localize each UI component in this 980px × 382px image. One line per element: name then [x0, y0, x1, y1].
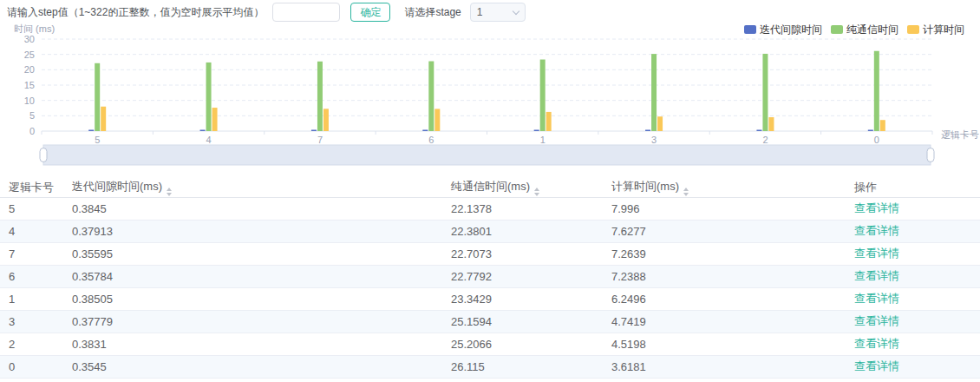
column-header: 操作 — [846, 178, 980, 197]
bar-纯通信时间[interactable] — [317, 62, 323, 131]
legend-item-纯通信时间[interactable]: 纯通信时间 — [831, 23, 898, 36]
bar-迭代间隙时间[interactable] — [200, 130, 206, 132]
bar-计算时间[interactable] — [880, 120, 885, 131]
table-row: 30.3777925.15944.7419查看详情 — [0, 310, 980, 333]
legend-label: 纯通信时间 — [846, 23, 898, 36]
y-tick-label: 15 — [24, 80, 35, 90]
bar-纯通信时间[interactable] — [95, 63, 100, 131]
bar-纯通信时间[interactable] — [762, 54, 768, 131]
cell-card: 6 — [0, 265, 63, 287]
x-tick-label: 1 — [540, 135, 546, 145]
cell-action: 查看详情 — [846, 242, 980, 265]
view-details-link[interactable]: 查看详情 — [854, 314, 899, 327]
cell-card: 4 — [0, 220, 63, 242]
x-tick-label: 6 — [428, 135, 434, 145]
stage-select-value: 1 — [477, 6, 483, 18]
cell-action: 查看详情 — [846, 197, 980, 220]
legend-item-计算时间[interactable]: 计算时间 — [907, 23, 964, 36]
column-header-label: 操作 — [854, 181, 877, 194]
sort-icon[interactable] — [683, 188, 689, 196]
cell-comm: 22.1378 — [442, 197, 603, 220]
y-tick-label: 10 — [24, 96, 35, 106]
table-row: 60.3578422.77927.2388查看详情 — [0, 265, 980, 287]
column-header[interactable]: 计算时间(ms) — [603, 178, 846, 197]
x-tick-label: 0 — [874, 135, 879, 145]
cell-iter: 0.35595 — [63, 242, 442, 265]
step-input-label: 请输入step值（1~322的正整数，值为空时展示平均值） — [7, 5, 264, 20]
y-tick-label: 25 — [24, 49, 35, 60]
cell-comm: 22.7073 — [442, 242, 603, 265]
view-details-link[interactable]: 查看详情 — [854, 201, 899, 214]
y-tick-label: 20 — [24, 64, 35, 75]
legend-marker — [744, 25, 756, 34]
bar-计算时间[interactable] — [768, 117, 774, 131]
table-row: 20.383125.20664.5198查看详情 — [0, 333, 980, 355]
step-input[interactable] — [272, 3, 340, 22]
bar-迭代间隙时间[interactable] — [756, 130, 761, 132]
bar-迭代间隙时间[interactable] — [868, 130, 873, 132]
timing-bar-chart: 051015202530时间 (ms)逻辑卡号54761320迭代间隙时间纯通信… — [0, 21, 980, 170]
y-tick-label: 0 — [29, 126, 35, 136]
table-row: 70.3559522.70737.2639查看详情 — [0, 242, 980, 265]
bar-纯通信时间[interactable] — [428, 62, 434, 131]
stage-select[interactable]: 1 — [470, 3, 526, 22]
bar-计算时间[interactable] — [323, 109, 329, 131]
cell-comm: 26.115 — [442, 355, 603, 378]
sort-icon[interactable] — [167, 188, 172, 196]
bar-计算时间[interactable] — [434, 109, 440, 131]
cell-comp: 7.2639 — [603, 242, 846, 265]
x-tick-label: 5 — [95, 135, 100, 145]
column-header-label: 纯通信时间(ms) — [451, 180, 530, 193]
cell-iter: 0.3845 — [63, 197, 442, 220]
bar-计算时间[interactable] — [546, 112, 552, 131]
x-tick-label: 2 — [762, 135, 768, 145]
bar-迭代间隙时间[interactable] — [311, 130, 317, 132]
bar-纯通信时间[interactable] — [874, 51, 879, 131]
bar-纯通信时间[interactable] — [540, 60, 546, 131]
data-zoom-track[interactable] — [43, 145, 931, 165]
data-zoom-handle-left[interactable] — [40, 148, 47, 162]
bar-纯通信时间[interactable] — [206, 63, 212, 131]
view-details-link[interactable]: 查看详情 — [854, 224, 899, 237]
bar-迭代间隙时间[interactable] — [534, 130, 539, 132]
cell-card: 5 — [0, 197, 63, 220]
legend-marker — [831, 25, 843, 34]
bar-计算时间[interactable] — [212, 108, 218, 131]
data-zoom-handle-right[interactable] — [927, 148, 934, 162]
cell-action: 查看详情 — [846, 333, 980, 355]
bar-迭代间隙时间[interactable] — [88, 130, 94, 132]
view-details-link[interactable]: 查看详情 — [854, 247, 899, 260]
cell-card: 0 — [0, 355, 63, 378]
cell-comp: 7.2388 — [603, 265, 846, 287]
cell-card: 2 — [0, 333, 63, 355]
cell-comp: 3.6181 — [603, 355, 846, 378]
view-details-link[interactable]: 查看详情 — [854, 292, 899, 305]
bar-计算时间[interactable] — [657, 116, 663, 131]
bar-计算时间[interactable] — [101, 107, 106, 131]
view-details-link[interactable]: 查看详情 — [854, 269, 899, 282]
cell-iter: 0.3545 — [63, 355, 442, 378]
column-header: 逻辑卡号 — [0, 178, 63, 197]
sort-icon[interactable] — [534, 188, 539, 196]
column-header[interactable]: 纯通信时间(ms) — [442, 178, 603, 197]
cell-card: 1 — [0, 287, 63, 310]
bar-纯通信时间[interactable] — [651, 54, 657, 131]
column-header[interactable]: 迭代间隙时间(ms) — [63, 178, 442, 197]
cell-comp: 4.5198 — [603, 333, 846, 355]
column-header-label: 计算时间(ms) — [611, 180, 679, 193]
y-axis-name: 时间 (ms) — [14, 23, 55, 34]
y-tick-label: 5 — [29, 110, 35, 121]
column-header-label: 迭代间隙时间(ms) — [72, 180, 162, 193]
cell-iter: 0.38505 — [63, 287, 442, 310]
confirm-button[interactable]: 确定 — [350, 3, 390, 22]
cell-iter: 0.35784 — [63, 265, 442, 287]
bar-迭代间隙时间[interactable] — [422, 130, 428, 132]
legend-label: 计算时间 — [923, 23, 964, 36]
view-details-link[interactable]: 查看详情 — [854, 337, 899, 350]
cell-action: 查看详情 — [846, 220, 980, 242]
view-details-link[interactable]: 查看详情 — [854, 359, 899, 372]
legend-item-迭代间隙时间[interactable]: 迭代间隙时间 — [744, 23, 822, 36]
bar-迭代间隙时间[interactable] — [645, 130, 650, 132]
data-zoom-slider[interactable] — [40, 145, 934, 165]
table-header-row: 逻辑卡号迭代间隙时间(ms)纯通信时间(ms)计算时间(ms)操作 — [0, 178, 980, 197]
